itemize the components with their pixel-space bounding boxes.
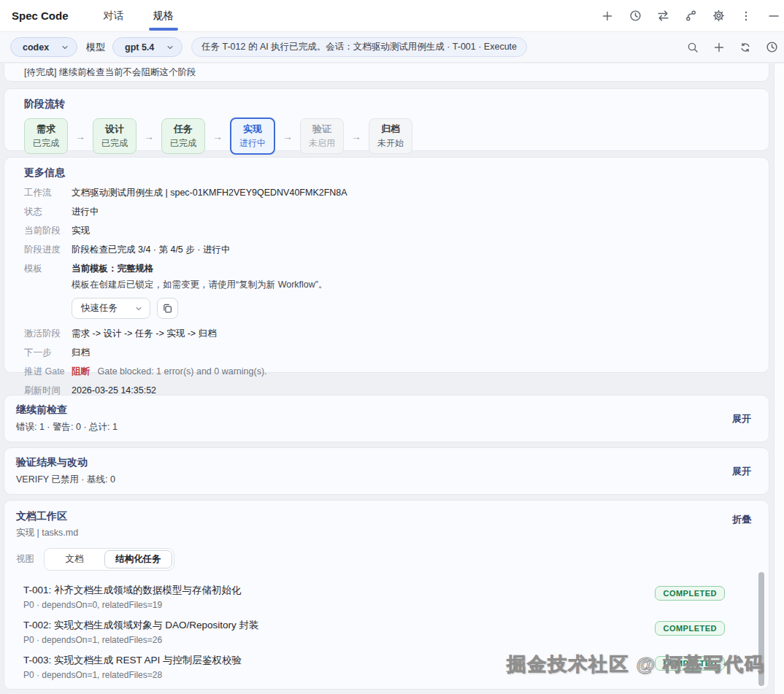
stage-implementation[interactable]: 实现 进行中 xyxy=(230,117,275,155)
precheck-title: 继续前检查 xyxy=(16,404,726,417)
minimize-icon[interactable] xyxy=(765,7,783,25)
stage-design[interactable]: 设计 已完成 xyxy=(93,118,137,154)
view-switch-row: 视图 文档 结构化任务 xyxy=(16,548,757,571)
refresh-icon[interactable] xyxy=(737,39,754,56)
add-icon[interactable] xyxy=(710,39,728,56)
agent-select[interactable]: codex xyxy=(10,37,77,57)
session-status-pill: 任务 T-012 的 AI 执行已完成。会话：文档驱动测试用例生成 · T-00… xyxy=(191,37,527,57)
spec-toolbar: codex 模型 gpt 5.4 任务 T-012 的 AI 执行已完成。会话：… xyxy=(0,32,784,63)
stage-flow-card: 阶段流转 需求 已完成 → 设计 已完成 → 任务 已完成 → 实现 进行中 → xyxy=(4,88,769,151)
model-select-value: gpt 5.4 xyxy=(125,42,154,53)
more-info-card: 更多信息 工作流 文档驱动测试用例生成 | spec-01KMFH2VEY9QE… xyxy=(4,157,769,373)
stage-arrow-icon: → xyxy=(144,131,154,142)
stage-requirements[interactable]: 需求 已完成 xyxy=(24,118,68,154)
top-tabs: 对话 规格 xyxy=(101,0,200,32)
app-header: Spec Code 对话 规格 xyxy=(0,0,784,32)
template-locked-note: 模板在创建后已锁定，如需变更，请使用“复制为新 Workflow”。 xyxy=(72,279,327,291)
gate-detail-text: Gate blocked: 1 error(s) and 0 warning(s… xyxy=(97,366,266,377)
chevron-down-icon xyxy=(166,43,174,52)
settings-gear-icon[interactable] xyxy=(710,7,727,25)
verify-summary: VERIFY 已禁用 · 基线: 0 xyxy=(16,474,726,486)
info-rows: 工作流 文档驱动测试用例生成 | spec-01KMFH2VEY9QEDNV40… xyxy=(24,187,749,397)
copy-button[interactable] xyxy=(157,298,178,319)
view-tab-document[interactable]: 文档 xyxy=(46,550,103,568)
document-workspace-card: 文档工作区 实现 | tasks.md 折叠 视图 文档 结构化任务 T-001… xyxy=(4,500,769,690)
tab-dialogue[interactable]: 对话 xyxy=(101,0,127,32)
task-list-scrollbar[interactable] xyxy=(758,572,764,686)
precheck-notice-text: [待完成] 继续前检查当前不会阻断这个阶段 xyxy=(24,66,196,79)
info-row-status: 状态 进行中 xyxy=(24,206,749,218)
quick-task-select-value: 快速任务 xyxy=(81,302,118,315)
info-row-next-step: 下一步 归档 xyxy=(24,347,749,359)
workspace-subtitle: 实现 | tasks.md xyxy=(16,527,726,539)
tab-dialogue-label: 对话 xyxy=(104,9,124,23)
task-row-t004[interactable]: T-004: 实现任务创建、查询、重试与复制配置的服务层 P0 · depend… xyxy=(16,685,757,690)
info-row-active-stages: 激活阶段 需求 -> 设计 -> 任务 -> 实现 -> 归档 xyxy=(24,328,749,340)
precheck-section-card: 继续前检查 错误: 1 · 警告: 0 · 总计: 1 展开 xyxy=(4,395,769,442)
kebab-menu-icon[interactable] xyxy=(737,7,755,25)
tab-spec[interactable]: 规格 xyxy=(150,0,177,32)
info-row-workflow: 工作流 文档驱动测试用例生成 | spec-01KMFH2VEY9QEDNV40… xyxy=(24,187,749,199)
status-badge: COMPLETED xyxy=(655,656,725,671)
view-tab-structured-tasks[interactable]: 结构化任务 xyxy=(104,550,172,568)
chevron-down-icon xyxy=(134,304,143,313)
stage-flow-title: 阶段流转 xyxy=(24,98,749,111)
stage-archive[interactable]: 归档 未开始 xyxy=(369,118,412,154)
info-row-stage-progress: 阶段进度 阶段检查已完成 3/4 · 第 4/5 步 · 进行中 xyxy=(24,244,749,256)
view-label: 视图 xyxy=(16,553,34,566)
stage-row: 需求 已完成 → 设计 已完成 → 任务 已完成 → 实现 进行中 → 验证 未… xyxy=(24,117,749,155)
chevron-down-icon xyxy=(61,43,69,52)
stage-tasks[interactable]: 任务 已完成 xyxy=(161,118,205,154)
quick-task-row: 快速任务 xyxy=(72,298,749,319)
toolbar-icon-group xyxy=(684,39,774,56)
gate-blocked-badge: 阻断 xyxy=(72,366,90,377)
swap-arrows-icon[interactable] xyxy=(654,7,672,25)
stage-arrow-icon: → xyxy=(212,131,223,142)
git-branch-icon[interactable] xyxy=(682,7,699,25)
add-icon[interactable] xyxy=(599,7,616,25)
copy-icon xyxy=(162,303,173,314)
info-row-gate: 推进 Gate 阻断 Gate blocked: 1 error(s) and … xyxy=(24,366,749,378)
task-row-t001[interactable]: T-001: 补齐文档生成领域的数据模型与存储初始化 P0 · dependsO… xyxy=(16,579,757,614)
history-clock-icon[interactable] xyxy=(626,7,644,25)
task-row-t003[interactable]: T-003: 实现文档生成 REST API 与控制层鉴权校验 P0 · dep… xyxy=(16,649,757,685)
workspace-collapse-button[interactable]: 折叠 xyxy=(726,510,757,529)
stage-verification[interactable]: 验证 未启用 xyxy=(300,118,344,154)
verify-title: 验证结果与改动 xyxy=(16,456,726,469)
workspace-title: 文档工作区 xyxy=(16,510,726,523)
stage-arrow-icon: → xyxy=(283,131,293,142)
search-icon[interactable] xyxy=(684,39,702,56)
verify-expand-button[interactable]: 展开 xyxy=(726,462,757,481)
tab-spec-label: 规格 xyxy=(153,9,174,23)
view-segmented-control: 文档 结构化任务 xyxy=(44,548,174,571)
stage-arrow-icon: → xyxy=(75,131,85,142)
verify-section-card: 验证结果与改动 VERIFY 已禁用 · 基线: 0 展开 xyxy=(4,447,769,495)
precheck-summary: 错误: 1 · 警告: 0 · 总计: 1 xyxy=(16,421,726,433)
model-label: 模型 xyxy=(86,41,105,54)
app-title: Spec Code xyxy=(12,9,69,22)
stage-arrow-icon: → xyxy=(351,131,361,142)
model-select[interactable]: gpt 5.4 xyxy=(112,37,182,57)
info-row-current-stage: 当前阶段 实现 xyxy=(24,225,749,237)
info-row-template: 模板 当前模板：完整规格 模板在创建后已锁定，如需变更，请使用“复制为新 Wor… xyxy=(24,263,749,291)
task-list: T-001: 补齐文档生成领域的数据模型与存储初始化 P0 · dependsO… xyxy=(16,579,757,690)
agent-select-value: codex xyxy=(23,42,49,53)
page-scrollbar-gutter[interactable] xyxy=(774,63,784,694)
quick-task-select[interactable]: 快速任务 xyxy=(72,298,150,319)
template-current: 当前模板：完整规格 xyxy=(72,263,327,275)
precheck-expand-button[interactable]: 展开 xyxy=(726,409,757,428)
spec-content: [待完成] 继续前检查当前不会阻断这个阶段 阶段流转 需求 已完成 → 设计 已… xyxy=(0,63,774,694)
precheck-notice-card: [待完成] 继续前检查当前不会阻断这个阶段 xyxy=(4,63,769,82)
header-icon-group xyxy=(599,7,772,25)
task-row-t002[interactable]: T-002: 实现文档生成领域对象与 DAO/Repository 封装 P0 … xyxy=(16,614,757,649)
history-clock-icon[interactable] xyxy=(763,39,780,56)
status-badge: COMPLETED xyxy=(655,586,725,601)
active-tab-underline xyxy=(149,28,178,31)
status-badge: COMPLETED xyxy=(655,621,725,636)
more-info-title: 更多信息 xyxy=(24,166,749,180)
